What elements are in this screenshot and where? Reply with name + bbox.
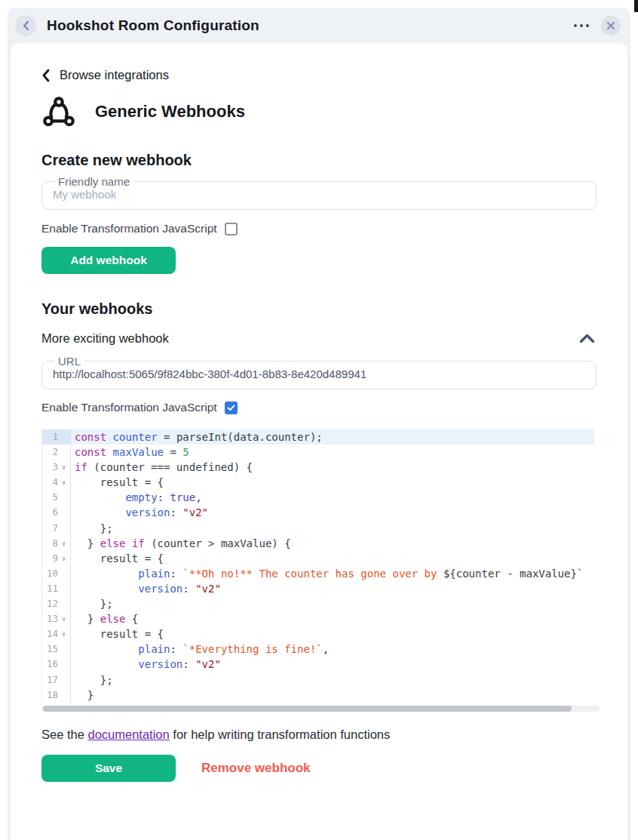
url-fieldset: URL <box>41 355 597 389</box>
line-number: 17 <box>42 672 71 688</box>
dialog-header: Hookshot Room Configuration <box>8 8 630 43</box>
friendly-name-input[interactable] <box>51 187 587 204</box>
enable-transform-label: Enable Transformation JavaScript <box>41 401 217 414</box>
line-number: 5 <box>42 490 71 505</box>
friendly-name-label: Friendly name <box>54 176 133 187</box>
code-line[interactable]: 1const counter = parseInt(data.counter); <box>42 429 594 445</box>
webhook-item-name: More exciting webhook <box>41 331 169 346</box>
code-line[interactable]: 4∨ result = { <box>42 475 594 490</box>
code-text: } else if (counter > maxValue) { <box>71 536 594 551</box>
line-number: 6 <box>42 505 71 520</box>
line-number: 11 <box>42 581 71 596</box>
code-line[interactable]: 18 } <box>42 688 594 703</box>
url-input[interactable] <box>51 367 587 383</box>
save-button[interactable]: Save <box>41 755 176 782</box>
scrollbar-thumb[interactable] <box>43 706 572 712</box>
code-line[interactable]: 11 version: "v2" <box>42 581 594 596</box>
line-number: 4∨ <box>42 475 71 490</box>
line-number: 15 <box>42 642 71 657</box>
code-text: plain: `*Everything is fine!`, <box>71 642 594 657</box>
line-number: 3∨ <box>42 460 71 475</box>
code-line[interactable]: 15 plain: `*Everything is fine!`, <box>42 642 594 657</box>
chevron-left-icon <box>22 20 30 31</box>
code-text: }; <box>71 596 594 611</box>
fold-arrow-icon[interactable]: ∨ <box>62 631 66 637</box>
code-text: plain: `**Oh no!** The counter has gone … <box>71 566 594 581</box>
close-button[interactable] <box>601 16 621 35</box>
enable-transform-row-item: Enable Transformation JavaScript <box>41 401 238 414</box>
chevron-left-icon <box>41 69 50 82</box>
code-line[interactable]: 14∨ result = { <box>42 626 594 642</box>
docs-text-prefix: See the <box>41 728 87 741</box>
documentation-link[interactable]: documentation <box>87 728 169 741</box>
code-line[interactable]: 16 version: "v2" <box>42 657 594 672</box>
code-text: result = { <box>71 551 594 566</box>
fold-arrow-icon[interactable]: ∨ <box>62 479 66 485</box>
code-line[interactable]: 17 }; <box>42 672 594 688</box>
hookshot-config-dialog: Hookshot Room Configuration Browse integ… <box>8 8 630 840</box>
close-icon <box>606 21 615 30</box>
code-line[interactable]: 5 empty: true, <box>42 490 594 505</box>
fold-arrow-icon[interactable]: ∨ <box>62 616 66 622</box>
code-line[interactable]: 10 plain: `**Oh no!** The counter has go… <box>42 566 594 581</box>
enable-transform-row-create: Enable Transformation JavaScript <box>41 222 238 235</box>
your-webhooks-heading: Your webhooks <box>41 300 597 318</box>
line-number: 7 <box>42 521 71 536</box>
code-text: version: "v2" <box>71 505 594 520</box>
code-editor[interactable]: 1const counter = parseInt(data.counter);… <box>41 427 594 703</box>
webhook-icon <box>41 94 76 129</box>
code-text: }; <box>71 672 594 688</box>
line-number: 8∨ <box>42 536 71 551</box>
browse-integrations-link[interactable]: Browse integrations <box>41 68 169 82</box>
page-scrollbar-thumb[interactable] <box>634 0 638 12</box>
code-line[interactable]: 8∨ } else if (counter > maxValue) { <box>42 536 594 551</box>
line-number: 14∨ <box>42 626 71 642</box>
url-label: URL <box>54 355 84 367</box>
fold-arrow-icon[interactable]: ∨ <box>62 464 66 470</box>
add-webhook-button[interactable]: Add webhook <box>41 247 176 274</box>
chevron-up-icon[interactable] <box>579 334 597 343</box>
service-title: Generic Webhooks <box>95 102 245 122</box>
code-line[interactable]: 7 }; <box>42 521 594 536</box>
code-text: result = { <box>71 626 594 642</box>
code-text: if (counter === undefined) { <box>71 460 594 475</box>
back-button[interactable] <box>15 15 36 36</box>
code-text: version: "v2" <box>71 581 594 596</box>
line-number: 13∨ <box>42 611 71 626</box>
check-icon <box>227 405 235 411</box>
dialog-title: Hookshot Room Configuration <box>47 17 259 34</box>
remove-webhook-button[interactable]: Remove webhook <box>197 760 315 777</box>
line-number: 1 <box>42 429 71 445</box>
code-text: empty: true, <box>71 490 594 505</box>
webhook-item-header[interactable]: More exciting webhook <box>41 331 597 346</box>
line-number: 12 <box>42 596 71 611</box>
code-text: }; <box>71 521 594 536</box>
line-number: 16 <box>42 657 71 672</box>
browse-integrations-label: Browse integrations <box>60 68 169 82</box>
code-line[interactable]: 13∨ } else { <box>42 611 594 626</box>
service-header: Generic Webhooks <box>41 94 597 129</box>
code-text: } <box>71 688 594 703</box>
code-line[interactable]: 2const maxValue = 5 <box>42 445 594 460</box>
code-line[interactable]: 9∨ result = { <box>42 551 594 566</box>
dialog-body: Browse integrations Generic Webhooks Cre… <box>11 43 627 840</box>
code-text: } else { <box>71 611 594 626</box>
footer-actions: Save Remove webhook <box>41 755 597 782</box>
friendly-name-fieldset: Friendly name <box>41 176 597 210</box>
enable-transform-checkbox-checked[interactable] <box>225 402 238 414</box>
code-text: version: "v2" <box>71 657 594 672</box>
editor-horizontal-scrollbar <box>41 706 600 712</box>
code-text: const counter = parseInt(data.counter); <box>71 429 594 445</box>
enable-transform-label: Enable Transformation JavaScript <box>41 222 217 235</box>
code-line[interactable]: 3∨if (counter === undefined) { <box>42 460 594 475</box>
code-line[interactable]: 6 version: "v2" <box>42 505 594 520</box>
enable-transform-checkbox[interactable] <box>225 223 238 235</box>
overflow-menu-button[interactable] <box>573 23 590 28</box>
code-text: const maxValue = 5 <box>71 445 594 460</box>
header-actions <box>573 16 621 35</box>
fold-arrow-icon[interactable]: ∨ <box>62 540 66 546</box>
fold-arrow-icon[interactable]: ∨ <box>62 555 66 562</box>
code-line[interactable]: 12 }; <box>42 596 594 611</box>
docs-help-text: See the documentation for help writing t… <box>41 728 597 742</box>
line-number: 18 <box>42 688 71 703</box>
